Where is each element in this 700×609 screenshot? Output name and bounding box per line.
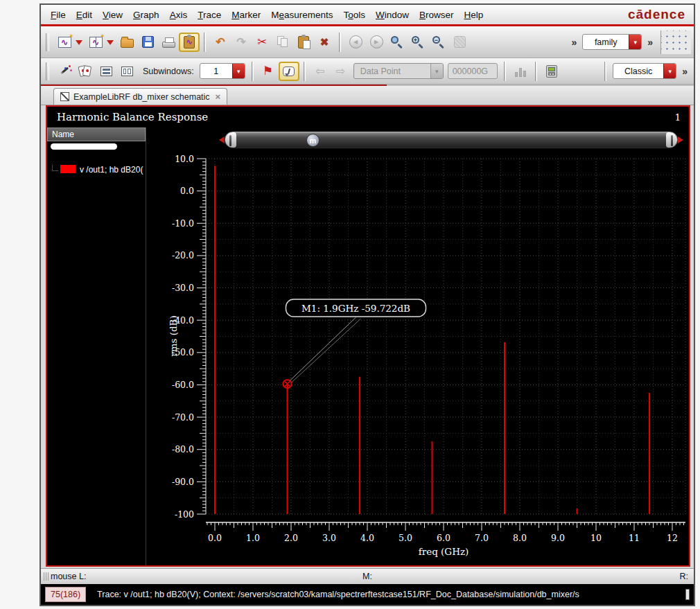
datapoint-combo-dropdown-icon[interactable]: ▾ — [430, 64, 443, 78]
x-axis-title: freq (GHz) — [419, 546, 469, 557]
harmonic-balance-plot[interactable]: 10.00.0-10.0-20.0-30.0-40.0-50.0-60.0-70… — [146, 152, 690, 565]
undo-button[interactable]: ↶ — [210, 33, 231, 52]
x-tick-label: 9.0 — [551, 533, 565, 543]
cut-button[interactable]: ✂ — [252, 33, 272, 52]
dock-handle-area[interactable] — [660, 30, 691, 54]
x-tick-label: 8.0 — [513, 533, 527, 543]
new-window-dropdown-icon[interactable] — [76, 40, 82, 48]
printer-icon — [162, 42, 175, 48]
plot-scroll-slider[interactable]: m — [216, 130, 687, 150]
style-combo[interactable]: Classic ▾ — [613, 63, 676, 79]
vertical-split-icon — [121, 67, 133, 76]
left-arrow-icon: ⇦ — [315, 66, 324, 77]
tab-close-icon[interactable]: × — [216, 91, 221, 102]
slider-left-handle[interactable] — [225, 132, 236, 148]
tab-db-mixer-schematic[interactable]: ExampleLibRF db_mixer schematic × — [53, 88, 227, 105]
toolbar-overflow-button-3[interactable]: » — [679, 66, 691, 77]
clipboard-view-button[interactable]: ∿ — [179, 33, 200, 52]
trace-label: v /out1; hb dB20( — [80, 165, 143, 175]
slider-track[interactable]: m — [224, 131, 679, 149]
legend-item-out1[interactable]: v /out1; hb dB20( — [47, 165, 146, 175]
cards-view-button[interactable] — [75, 62, 96, 81]
subwindows-label: Subwindows: — [143, 67, 194, 76]
menu-tools[interactable]: Tools — [343, 10, 365, 20]
legend-scrollbar[interactable] — [51, 143, 117, 150]
menu-help[interactable]: Help — [464, 10, 484, 20]
slider-m-badge[interactable]: m — [306, 134, 320, 147]
graph-title-row: Harmonic Balance Response 1 — [47, 107, 689, 127]
save-button[interactable] — [137, 33, 158, 52]
previous-view-button[interactable]: ◀ — [345, 33, 366, 52]
new-window-button[interactable]: ∿✶ — [54, 33, 75, 52]
toolbar-overflow-button[interactable]: » — [568, 37, 580, 48]
flag-marker-button[interactable]: ⚑ — [258, 62, 279, 81]
magic-wand-icon — [58, 64, 71, 78]
label-callout-button[interactable] — [279, 62, 299, 81]
copy-button[interactable] — [272, 33, 293, 52]
style-combo-dropdown-icon[interactable]: ▾ — [663, 64, 676, 78]
statusbar-grip-icon — [44, 572, 49, 581]
menu-window[interactable]: Window — [376, 10, 409, 20]
family-combo-dropdown-icon[interactable]: ▾ — [629, 35, 641, 49]
subwindows-combo[interactable]: 1 ▾ — [200, 63, 245, 79]
plot-region: m 10.00.0-10.0-20.0-30.0-40.0-50.0-60.0-… — [146, 127, 689, 565]
delete-button[interactable]: ✖ — [314, 33, 335, 52]
y-tick-label: -10.0 — [172, 218, 194, 229]
slider-right-handle[interactable] — [666, 132, 677, 148]
toolbar-overflow-button-2[interactable]: » — [644, 37, 656, 48]
paste-button[interactable] — [293, 33, 314, 52]
datapoint-combo-value: Data Point — [354, 67, 430, 76]
y-tick-label: 0.0 — [180, 186, 194, 196]
new-subwindow-button[interactable]: ∿✶ — [85, 33, 106, 52]
toolbar-drag-grip[interactable] — [46, 33, 49, 51]
next-point-button[interactable]: ⇨ — [331, 62, 351, 81]
coordinate-field[interactable]: 000000G — [448, 63, 498, 79]
graph-page-number: 1 — [675, 112, 681, 123]
bottombar-grip[interactable] — [685, 589, 690, 600]
menu-graph[interactable]: Graph — [133, 10, 159, 20]
graph-title: Harmonic Balance Response — [57, 111, 208, 123]
x-tick-label: 5.0 — [399, 533, 412, 543]
menu-file[interactable]: File — [51, 10, 66, 20]
subwindows-combo-dropdown-icon[interactable]: ▾ — [232, 64, 245, 78]
new-subwindow-dropdown-icon[interactable] — [107, 40, 114, 48]
toolbar-drag-grip[interactable] — [46, 62, 49, 80]
calculator-button[interactable] — [541, 62, 562, 81]
redo-icon: ↷ — [236, 37, 245, 48]
menu-trace[interactable]: Trace — [198, 10, 221, 20]
legend-header[interactable]: Name — [47, 127, 146, 141]
zoom-in-button[interactable]: + — [408, 33, 428, 52]
menu-measurements[interactable]: Measurements — [271, 10, 333, 20]
plot-slider-row: m — [146, 127, 689, 152]
x-tick-label: 12 — [667, 533, 678, 543]
zoom-out-button[interactable]: − — [428, 33, 449, 52]
family-combo[interactable]: family ▾ — [582, 34, 642, 50]
slider-right-arrow-icon[interactable] — [678, 136, 687, 143]
subwindows-combo-value: 1 — [200, 67, 232, 76]
print-button[interactable] — [158, 33, 179, 52]
mouse-left-status: mouse L: — [51, 572, 86, 581]
menu-browser[interactable]: Browser — [419, 10, 454, 20]
open-button[interactable] — [116, 33, 137, 52]
menu-marker[interactable]: Marker — [231, 10, 261, 20]
menu-view[interactable]: View — [103, 10, 123, 20]
y-tick-label: 10.0 — [175, 154, 194, 164]
histogram-button[interactable] — [510, 62, 531, 81]
next-view-icon: ▶ — [370, 35, 383, 48]
mouse-middle-status: M: — [362, 572, 372, 581]
flag-icon: ⚑ — [263, 65, 273, 77]
mouse-zoom-button[interactable] — [449, 33, 470, 52]
wand-tool-button[interactable] — [54, 62, 75, 81]
menu-axis[interactable]: Axis — [170, 10, 188, 20]
toolbar-separator — [535, 62, 537, 81]
vertical-split-button[interactable] — [116, 62, 137, 81]
zoom-fit-button[interactable] — [387, 33, 408, 52]
redo-button[interactable]: ↷ — [231, 33, 252, 52]
y-axis-title: rms (dB) — [168, 315, 179, 357]
menu-edit[interactable]: Edit — [76, 10, 92, 20]
x-tick-label: 10 — [590, 533, 602, 543]
next-view-button[interactable]: ▶ — [366, 33, 387, 52]
datapoint-combo[interactable]: Data Point ▾ — [353, 63, 444, 79]
previous-point-button[interactable]: ⇦ — [310, 62, 331, 81]
horizontal-split-button[interactable] — [96, 62, 116, 81]
